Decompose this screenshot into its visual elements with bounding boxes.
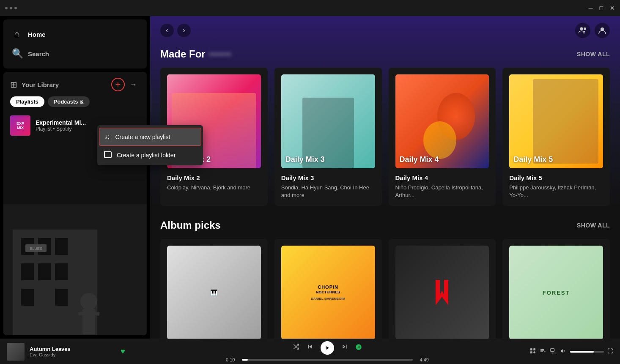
sidebar-album-image: BLUES (3, 204, 147, 335)
netflix-bg (395, 246, 489, 339)
close-button[interactable]: ✕ (610, 5, 615, 11)
playlist-icon: ♫ (104, 132, 110, 141)
svg-rect-23 (530, 348, 532, 350)
daily-mix-2-title: Daily Mix 2 (167, 174, 261, 181)
album-chopin-card[interactable]: CHOPIN NOCTURNES DANIEL BARENBOIM (274, 239, 382, 339)
album-piano-card[interactable]: 🎹 (160, 239, 268, 339)
svg-rect-5 (21, 263, 34, 280)
player-track-thumb (7, 343, 25, 361)
player-bar: Autumn Leaves Eva Cassidy ♥ 0:10 (0, 339, 620, 364)
daily-mix-3-sub: Sondia, Ha Hyun Sang, Choi In Hee and mo… (281, 184, 375, 199)
daily-mix-5-card[interactable]: Daily Mix 5 Daily Mix 5 Philippe Jarouss… (502, 68, 610, 206)
dropdown-item-new-folder-label: Create a playlist folder (117, 152, 176, 159)
svg-point-12 (80, 293, 97, 310)
daily-mix-4-sub: Niño Prodigio, Capella Istropolitana, Ar… (395, 184, 489, 199)
fullscreen-button[interactable] (607, 348, 613, 356)
daily-mix-5-overlay: Daily Mix 5 (513, 155, 553, 164)
library-title: Your Library (22, 81, 59, 88)
svg-point-28 (554, 353, 554, 353)
pill-playlists[interactable]: Playlists (10, 96, 44, 107)
album-chopin-thumb: CHOPIN NOCTURNES DANIEL BARENBOIM (281, 246, 375, 339)
bw-image: BLUES (3, 204, 147, 335)
volume-button[interactable] (560, 348, 567, 356)
pill-podcasts[interactable]: Podcasts & (48, 96, 90, 107)
daily-mix-5-sub: Philippe Jaroussky, Itzhak Perlman, Yo-Y… (509, 184, 603, 199)
player-track: Autumn Leaves Eva Cassidy ♥ (7, 343, 125, 361)
add-library-button[interactable]: + (111, 78, 125, 91)
daily-mix-4-thumb: Daily Mix 4 (395, 74, 489, 168)
made-for-show-all[interactable]: Show all (577, 51, 610, 57)
titlebar-controls: ─ □ ✕ (589, 5, 615, 11)
home-icon: ⌂ (12, 29, 22, 40)
user-profile-button[interactable] (595, 23, 610, 38)
sidebar-item-search[interactable]: 🔍 Search (7, 44, 143, 63)
album-picks-show-all[interactable]: Show all (577, 222, 610, 229)
previous-button[interactable] (306, 343, 314, 353)
progress-bar-fill (242, 359, 248, 361)
made-for-cards: Daily Mix 2 Daily Mix 2 Coldplay, Nirvan… (160, 68, 610, 206)
library-title-row: ⊞ Your Library (10, 79, 59, 90)
expand-library-button[interactable]: → (126, 78, 140, 91)
shuffle-button[interactable] (293, 343, 299, 352)
player-buttons (293, 341, 362, 355)
folder-icon (104, 151, 112, 158)
album-netflix-thumb (395, 246, 489, 339)
daily-mix-4-card[interactable]: Daily Mix 4 Daily Mix 4 Niño Prodigio, C… (389, 68, 496, 206)
volume-fill (570, 351, 594, 353)
like-button[interactable]: ♥ (121, 347, 125, 356)
album-netflix-card[interactable] (389, 239, 496, 339)
titlebar-dot-3 (14, 7, 17, 9)
daily-mix-5-title: Daily Mix 5 (509, 174, 603, 181)
sidebar-item-home[interactable]: ⌂ Home (7, 25, 143, 44)
maximize-button[interactable]: □ (600, 5, 603, 11)
daily-mix-3-overlay: Daily Mix 3 (285, 155, 325, 164)
app-layout: ⌂ Home 🔍 Search ⊞ Your Library + → Pl (0, 16, 620, 339)
made-for-header: Made For ········ Show all (160, 48, 610, 60)
daily-mix-4-title: Daily Mix 4 (395, 174, 489, 181)
svg-line-14 (78, 312, 89, 314)
album-picks-cards: 🎹 CHOPIN NOCTURNES DANIEL BARENBOIM (160, 239, 610, 339)
forward-button[interactable]: › (177, 24, 191, 37)
sidebar: ⌂ Home 🔍 Search ⊞ Your Library + → Pl (0, 16, 150, 339)
content-header: ‹ › (160, 23, 610, 38)
volume-bar[interactable] (570, 351, 604, 353)
queue-button[interactable] (540, 348, 546, 356)
filter-pills: Playlists Podcasts & (3, 96, 147, 112)
album-forest-card[interactable]: FOREST (502, 239, 610, 339)
daily-mix-3-thumb: Daily Mix 3 (281, 74, 375, 168)
svg-rect-25 (530, 351, 532, 353)
minimize-button[interactable]: ─ (589, 5, 593, 11)
svg-rect-24 (533, 348, 535, 350)
search-icon: 🔍 (12, 48, 22, 59)
friends-button[interactable] (575, 23, 590, 38)
titlebar: ─ □ ✕ (0, 0, 620, 16)
library-thumb-playlist: EXPMIX (10, 115, 30, 136)
dropdown-menu: ♫ Create a new playlist Create a playlis… (97, 125, 203, 165)
forest-bg: FOREST (509, 246, 603, 339)
album-picks-section: Album picks Show all 🎹 CHOPIN (160, 219, 610, 339)
now-playing-button[interactable] (529, 348, 536, 356)
next-button[interactable] (341, 343, 348, 353)
daily-mix-3-card[interactable]: Daily Mix 3 Daily Mix 3 Sondia, Ha Hyun … (274, 68, 382, 206)
device-button[interactable] (550, 348, 557, 356)
made-for-title: Made For (160, 48, 206, 60)
piano-bg: 🎹 (167, 246, 261, 339)
daily-mix-4-overlay: Daily Mix 4 (400, 155, 439, 164)
svg-point-17 (584, 27, 586, 30)
made-for-username: ········ (209, 48, 231, 60)
dropdown-item-new-playlist[interactable]: ♫ Create a new playlist (99, 128, 201, 146)
svg-rect-9 (55, 289, 68, 306)
nav-arrows: ‹ › (160, 24, 191, 37)
back-button[interactable]: ‹ (160, 24, 174, 37)
dropdown-item-new-folder[interactable]: Create a playlist folder (97, 147, 203, 164)
daily-mix-3-title: Daily Mix 3 (281, 174, 375, 181)
track-name: Autumn Leaves (30, 346, 115, 352)
progress-bar[interactable] (242, 359, 413, 361)
main-content: ‹ › Made For ········ Show all (150, 16, 620, 339)
header-user-actions (575, 23, 610, 38)
svg-rect-7 (55, 263, 68, 280)
lyrics-button[interactable] (355, 344, 362, 352)
album-picks-header: Album picks Show all (160, 219, 610, 231)
made-for-section: Made For ········ Show all (160, 48, 610, 206)
play-button[interactable] (321, 341, 334, 355)
